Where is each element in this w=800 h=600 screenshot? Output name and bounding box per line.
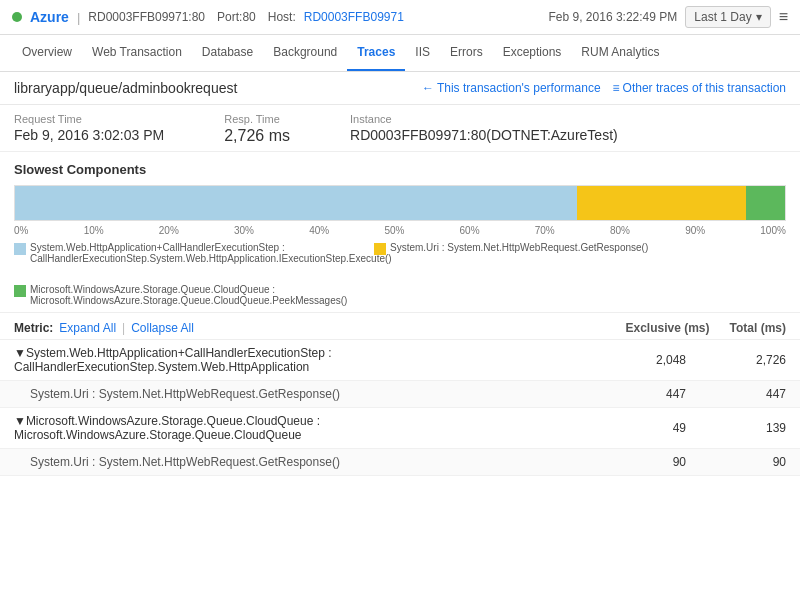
row-exclusive-4: 90 <box>606 455 706 469</box>
nav-item-exceptions[interactable]: Exceptions <box>493 35 572 71</box>
table-row: System.Uri : System.Net.HttpWebRequest.G… <box>0 381 800 408</box>
row-exclusive-1: 2,048 <box>606 353 706 367</box>
x-label-70: 70% <box>535 225 555 236</box>
x-label-10: 10% <box>84 225 104 236</box>
row-total-4: 90 <box>706 455 786 469</box>
x-label-20: 20% <box>159 225 179 236</box>
legend-text-green: Microsoft.WindowsAzure.Storage.Queue.Clo… <box>30 284 354 306</box>
time-picker[interactable]: Last 1 Day ▾ <box>685 6 770 28</box>
row-total-3: 139 <box>706 421 786 435</box>
x-label-0: 0% <box>14 225 28 236</box>
x-label-90: 90% <box>685 225 705 236</box>
bar-segment-blue <box>15 186 577 220</box>
menu-icon[interactable]: ≡ <box>779 8 788 26</box>
header: Azure | RD0003FFB09971:80 Port:80 Host: … <box>0 0 800 35</box>
header-right: Feb 9, 2016 3:22:49 PM Last 1 Day ▾ ≡ <box>549 6 788 28</box>
host-label: Host: <box>268 10 296 24</box>
table-row: System.Uri : System.Net.HttpWebRequest.G… <box>0 449 800 476</box>
metrics-label: Metric: <box>14 321 53 335</box>
nav-item-web-transaction[interactable]: Web Transaction <box>82 35 192 71</box>
legend-color-blue <box>14 243 26 255</box>
table-row: ▼Microsoft.WindowsAzure.Storage.Queue.Cl… <box>0 408 800 449</box>
metrics-column-headers: Exclusive (ms) Total (ms) <box>626 321 787 335</box>
legend-text-yellow: System.Uri : System.Net.HttpWebRequest.G… <box>390 242 648 253</box>
nav-item-rum-analytics[interactable]: RUM Analytics <box>571 35 669 71</box>
app-id: RD0003FFB09971:80 <box>88 10 205 24</box>
time-picker-label: Last 1 Day <box>694 10 751 24</box>
row-total-1: 2,726 <box>706 353 786 367</box>
metrics-separator: | <box>122 321 125 335</box>
legend-color-green <box>14 285 26 297</box>
resp-time-field: Resp. Time 2,726 ms <box>224 113 290 145</box>
row-exclusive-2: 447 <box>606 387 706 401</box>
chart-legend: System.Web.HttpApplication+CallHandlerEx… <box>14 242 786 306</box>
row-exclusive-3: 49 <box>606 421 706 435</box>
x-label-30: 30% <box>234 225 254 236</box>
row-name-4: System.Uri : System.Net.HttpWebRequest.G… <box>14 455 606 469</box>
legend-text-blue: System.Web.HttpApplication+CallHandlerEx… <box>30 242 392 264</box>
chart-title: Slowest Components <box>14 162 786 177</box>
table-row: ▼System.Web.HttpApplication+CallHandlerE… <box>0 340 800 381</box>
bar-segment-yellow <box>577 186 746 220</box>
request-time-label: Request Time <box>14 113 164 125</box>
performance-link-text: This transaction's performance <box>437 81 601 95</box>
x-label-50: 50% <box>384 225 404 236</box>
host-id: RD0003FFB09971 <box>304 10 404 24</box>
request-time-field: Request Time Feb 9, 2016 3:02:03 PM <box>14 113 164 143</box>
nav-item-background[interactable]: Background <box>263 35 347 71</box>
request-time-value: Feb 9, 2016 3:02:03 PM <box>14 127 164 143</box>
header-left: Azure | RD0003FFB09971:80 Port:80 Host: … <box>12 9 404 25</box>
slowest-components-bar <box>14 185 786 221</box>
x-label-80: 80% <box>610 225 630 236</box>
instance-label: Instance <box>350 113 618 125</box>
left-arrow-icon: ← <box>422 81 434 95</box>
nav-bar: Overview Web Transaction Database Backgr… <box>0 35 800 72</box>
legend-item-green: Microsoft.WindowsAzure.Storage.Queue.Clo… <box>14 284 354 306</box>
list-icon: ≡ <box>613 81 620 95</box>
app-name: Azure <box>30 9 69 25</box>
row1-text: ▼System.Web.HttpApplication+CallHandlerE… <box>14 346 331 374</box>
instance-field: Instance RD0003FFB09971:80(DOTNET:AzureT… <box>350 113 618 143</box>
performance-link[interactable]: ← This transaction's performance <box>422 81 601 95</box>
bar-x-labels: 0% 10% 20% 30% 40% 50% 60% 70% 80% 90% 1… <box>14 225 786 236</box>
other-traces-link[interactable]: ≡ Other traces of this transaction <box>613 81 786 95</box>
transaction-row: libraryapp/queue/adminbookrequest ← This… <box>0 72 800 105</box>
legend-color-yellow <box>374 243 386 255</box>
header-separator: | <box>77 10 80 25</box>
instance-value: RD0003FFB09971:80(DOTNET:AzureTest) <box>350 127 618 143</box>
x-label-60: 60% <box>460 225 480 236</box>
other-traces-link-text: Other traces of this transaction <box>623 81 786 95</box>
expand-all-link[interactable]: Expand All <box>59 321 116 335</box>
nav-item-traces[interactable]: Traces <box>347 35 405 71</box>
row-total-2: 447 <box>706 387 786 401</box>
collapse-all-link[interactable]: Collapse All <box>131 321 194 335</box>
metrics-controls: Metric: Expand All | Collapse All <box>14 321 194 335</box>
row3-text: ▼Microsoft.WindowsAzure.Storage.Queue.Cl… <box>14 414 320 442</box>
row-name-1: ▼System.Web.HttpApplication+CallHandlerE… <box>14 346 606 374</box>
legend-item-yellow: System.Uri : System.Net.HttpWebRequest.G… <box>374 242 648 264</box>
resp-time-label: Resp. Time <box>224 113 290 125</box>
x-label-40: 40% <box>309 225 329 236</box>
transaction-path: libraryapp/queue/adminbookrequest <box>14 80 237 96</box>
chevron-down-icon: ▾ <box>756 10 762 24</box>
total-header: Total (ms) <box>730 321 786 335</box>
metrics-table: ▼System.Web.HttpApplication+CallHandlerE… <box>0 340 800 476</box>
row2-text: System.Uri : System.Net.HttpWebRequest.G… <box>30 387 340 401</box>
port-label: Port:80 <box>217 10 256 24</box>
bar-segment-green <box>746 186 785 220</box>
nav-item-database[interactable]: Database <box>192 35 263 71</box>
nav-item-iis[interactable]: IIS <box>405 35 440 71</box>
chart-section: Slowest Components 0% 10% 20% 30% 40% 50… <box>0 152 800 313</box>
exclusive-header: Exclusive (ms) <box>626 321 710 335</box>
x-label-100: 100% <box>760 225 786 236</box>
datetime: Feb 9, 2016 3:22:49 PM <box>549 10 678 24</box>
status-dot <box>12 12 22 22</box>
row-name-3: ▼Microsoft.WindowsAzure.Storage.Queue.Cl… <box>14 414 606 442</box>
nav-item-errors[interactable]: Errors <box>440 35 493 71</box>
row-name-2: System.Uri : System.Net.HttpWebRequest.G… <box>14 387 606 401</box>
legend-item-blue: System.Web.HttpApplication+CallHandlerEx… <box>14 242 354 264</box>
row4-text: System.Uri : System.Net.HttpWebRequest.G… <box>30 455 340 469</box>
transaction-links: ← This transaction's performance ≡ Other… <box>422 81 786 95</box>
nav-item-overview[interactable]: Overview <box>12 35 82 71</box>
meta-row: Request Time Feb 9, 2016 3:02:03 PM Resp… <box>0 105 800 152</box>
